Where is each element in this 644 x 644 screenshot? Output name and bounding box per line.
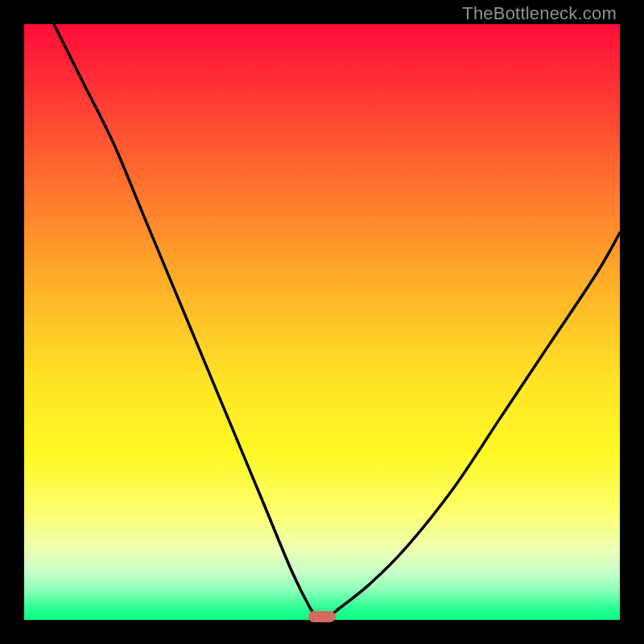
- curve-overlay: [24, 24, 620, 620]
- curve-right-branch: [325, 233, 620, 620]
- curve-left-branch: [54, 24, 319, 620]
- optimal-marker: [308, 611, 336, 622]
- plot-area: [24, 24, 620, 620]
- chart-frame: TheBottleneck.com: [0, 0, 644, 644]
- watermark-text: TheBottleneck.com: [462, 3, 617, 24]
